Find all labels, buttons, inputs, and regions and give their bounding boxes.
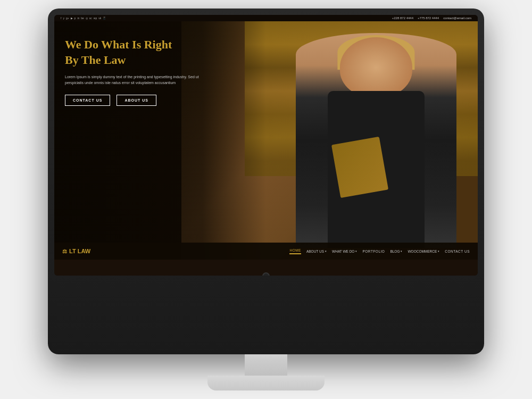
nav-about[interactable]: ABOUT US ▾	[306, 250, 327, 253]
phone1: +228 872 4444	[392, 16, 413, 20]
nav-contact[interactable]: CONTACT US	[445, 250, 470, 253]
social-behance-icon[interactable]: be	[81, 16, 84, 20]
monitor-mockup: f y g+ ▶ p in be ◎ sc wp vk 📱 +22	[48, 9, 484, 390]
about-dropdown-icon: ▾	[325, 250, 327, 253]
nav-home[interactable]: HOME	[289, 248, 301, 254]
monitor-stand-base	[207, 376, 325, 390]
blog-dropdown-icon: ▾	[401, 250, 402, 253]
social-icons-bar: f y g+ ▶ p in be ◎ sc wp vk 📱	[61, 16, 106, 20]
logo-scale-icon: ⚖	[62, 248, 67, 254]
hero-buttons: CONTACT US ABOUT US	[65, 95, 277, 106]
nav-portfolio[interactable]: PORTFOLIO	[362, 250, 385, 253]
person-head	[340, 37, 412, 97]
social-linkedin-icon[interactable]: in	[77, 16, 79, 20]
hero-title-line1: We Do What Is Right	[65, 37, 277, 53]
contact-us-button[interactable]: CONTACT US	[65, 95, 110, 106]
nav-woocommerce[interactable]: WOOCOMMERCE ▾	[408, 250, 439, 253]
social-sc-icon[interactable]: sc	[89, 16, 92, 20]
social-facebook-icon[interactable]: f	[61, 16, 61, 20]
phone2: +775 872 4444	[418, 16, 439, 20]
person-body-figure	[296, 33, 456, 247]
person-book	[331, 137, 388, 198]
whatwedo-dropdown-icon: ▾	[355, 250, 357, 253]
nav-what-we-do[interactable]: WHAT WE DO ▾	[332, 250, 357, 253]
email: contact@email.com	[443, 16, 471, 20]
social-wp-icon[interactable]: wp	[94, 16, 97, 20]
monitor-stand-neck	[245, 354, 287, 376]
navbar: ⚖ LT LAW HOME ABOUT US ▾ WHAT WE DO ▾ PO	[54, 243, 478, 260]
social-google-icon[interactable]: g+	[66, 16, 69, 20]
social-instagram-icon[interactable]: ◎	[86, 16, 88, 20]
logo-text: LT LAW	[69, 248, 90, 254]
nav-links-container: HOME ABOUT US ▾ WHAT WE DO ▾ PORTFOLIO B…	[289, 248, 470, 254]
hero-content: We Do What Is Right By The Law Lorem Ips…	[54, 21, 287, 117]
nav-blog[interactable]: BLOG ▾	[390, 250, 402, 253]
woo-dropdown-icon: ▾	[438, 250, 439, 253]
social-youtube-icon[interactable]: ▶	[71, 16, 73, 20]
hero-person	[296, 33, 456, 247]
hero-section: We Do What Is Right By The Law Lorem Ips…	[54, 21, 478, 260]
social-viber-icon[interactable]: 📱	[103, 16, 106, 20]
monitor-screen: f y g+ ▶ p in be ◎ sc wp vk 📱 +22	[54, 15, 478, 276]
hero-description: Lorem Ipsum is simply dummy text of the …	[65, 74, 214, 86]
about-us-button[interactable]: ABOUT US	[117, 95, 156, 106]
top-bar: f y g+ ▶ p in be ◎ sc wp vk 📱 +22	[54, 15, 478, 21]
social-vk-icon[interactable]: vk	[98, 16, 101, 20]
site-logo: ⚖ LT LAW	[62, 248, 90, 254]
social-twitter-icon[interactable]: y	[63, 16, 64, 20]
monitor-shell: f y g+ ▶ p in be ◎ sc wp vk 📱 +22	[48, 9, 484, 354]
website-container: f y g+ ▶ p in be ◎ sc wp vk 📱 +22	[54, 15, 478, 276]
social-pinterest-icon[interactable]: p	[74, 16, 76, 20]
hero-title-line2: By The Law	[65, 53, 277, 68]
hero-title: We Do What Is Right By The Law	[65, 37, 277, 68]
contact-info-bar: +228 872 4444 +775 872 4444 contact@emai…	[392, 16, 471, 20]
